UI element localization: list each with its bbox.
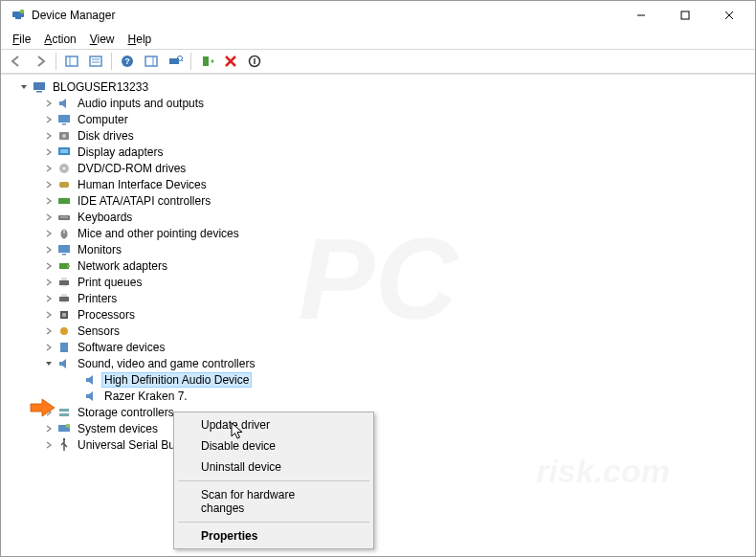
ctx-update-driver[interactable]: Update driver xyxy=(176,414,371,435)
tree-item-label: Disk drives xyxy=(76,129,136,143)
toolbar-update-driver-button[interactable] xyxy=(195,51,218,72)
svg-rect-52 xyxy=(60,343,68,352)
maximize-button[interactable] xyxy=(663,1,707,30)
chevron-down-icon[interactable] xyxy=(43,358,55,369)
tree-item[interactable]: Disk drives xyxy=(1,127,755,144)
tree-item-label: Computer xyxy=(76,113,130,126)
tree-item-label: Universal Serial Bu xyxy=(76,438,177,452)
tree-item[interactable]: Audio inputs and outputs xyxy=(1,95,755,111)
chevron-right-icon[interactable] xyxy=(43,179,55,190)
toolbar-disable-button[interactable] xyxy=(243,51,266,72)
minimize-button[interactable] xyxy=(619,1,663,30)
toolbar-show-hide-button[interactable] xyxy=(60,51,83,72)
chevron-right-icon[interactable] xyxy=(43,293,55,304)
svg-rect-53 xyxy=(59,409,69,412)
chevron-down-icon[interactable] xyxy=(18,81,30,93)
chevron-right-icon[interactable] xyxy=(43,163,55,174)
chevron-right-icon[interactable] xyxy=(43,260,55,272)
device-tree[interactable]: BLOGUSER13233 Audio inputs and outputsCo… xyxy=(1,74,755,556)
tree-item[interactable]: Human Interface Devices xyxy=(1,176,755,192)
tree-item-label: Keyboards xyxy=(76,211,134,224)
tree-item[interactable]: IDE ATA/ATAPI controllers xyxy=(1,192,755,209)
toolbar-uninstall-button[interactable] xyxy=(219,51,242,72)
chevron-right-icon[interactable] xyxy=(43,146,55,158)
soft-icon xyxy=(56,340,72,355)
tree-item[interactable]: High Definition Audio Device xyxy=(1,371,755,388)
chevron-right-icon[interactable] xyxy=(43,439,55,451)
svg-line-18 xyxy=(182,60,184,62)
tree-item[interactable]: Printers xyxy=(1,290,755,306)
svg-rect-47 xyxy=(61,294,67,297)
chevron-right-icon[interactable] xyxy=(43,309,55,321)
tree-item[interactable]: Display adapters xyxy=(1,144,755,160)
tree-item-label: Razer Kraken 7. xyxy=(102,390,189,403)
svg-rect-40 xyxy=(62,254,66,256)
ctx-separator xyxy=(178,522,369,523)
chevron-right-icon[interactable] xyxy=(43,244,55,256)
svg-rect-50 xyxy=(62,313,66,317)
storage-icon xyxy=(56,405,72,420)
tree-item[interactable]: Print queues xyxy=(1,274,755,290)
tree-item[interactable]: Storage controllers xyxy=(1,404,755,420)
menu-view[interactable]: View xyxy=(84,31,121,48)
tree-root[interactable]: BLOGUSER13233 xyxy=(1,78,755,95)
tree-item[interactable]: DVD/CD-ROM drives xyxy=(1,160,755,176)
ctx-properties[interactable]: Properties xyxy=(176,525,371,546)
tree-item-label: Mice and other pointing devices xyxy=(76,227,241,240)
menu-help[interactable]: Help xyxy=(122,31,158,48)
tree-item[interactable]: Sensors xyxy=(1,323,755,339)
menu-file[interactable]: File xyxy=(7,31,36,48)
tree-item[interactable]: Universal Serial Bu xyxy=(1,436,755,453)
tree-item[interactable]: Razer Kraken 7. xyxy=(1,388,755,404)
chevron-right-icon[interactable] xyxy=(43,98,55,109)
ctx-uninstall-device[interactable]: Uninstall device xyxy=(176,457,371,478)
ctx-disable-device[interactable]: Disable device xyxy=(176,435,371,457)
nav-forward-button[interactable] xyxy=(29,51,52,72)
svg-rect-24 xyxy=(36,91,42,93)
tree-item-label: System devices xyxy=(76,422,160,435)
toolbar-properties-button[interactable] xyxy=(84,51,107,72)
tree-item[interactable]: Processors xyxy=(1,306,755,323)
nav-back-button[interactable] xyxy=(5,51,28,72)
device-manager-window: Device Manager File Action View Help ? B xyxy=(0,0,756,557)
toolbar: ? xyxy=(1,49,755,74)
window-title: Device Manager xyxy=(32,9,115,22)
chevron-right-icon[interactable] xyxy=(43,212,55,223)
chevron-right-icon[interactable] xyxy=(43,423,55,434)
tree-item[interactable]: System devices xyxy=(1,420,755,436)
tree-item[interactable]: Keyboards xyxy=(1,209,755,225)
tree-item-label: Printers xyxy=(76,292,119,305)
computer-icon xyxy=(32,79,47,95)
tree-item[interactable]: Mice and other pointing devices xyxy=(1,225,755,241)
menu-action[interactable]: Action xyxy=(38,31,81,48)
svg-rect-9 xyxy=(90,56,101,66)
chevron-right-icon[interactable] xyxy=(43,325,55,337)
svg-rect-30 xyxy=(60,149,68,153)
toolbar-help-button[interactable]: ? xyxy=(116,51,139,72)
ctx-scan-hardware[interactable]: Scan for hardware changes xyxy=(176,484,371,519)
chevron-right-icon[interactable] xyxy=(43,342,55,353)
tree-root-label: BLOGUSER13233 xyxy=(51,80,150,94)
toolbar-scan-button[interactable] xyxy=(164,51,187,72)
svg-point-57 xyxy=(63,437,65,439)
svg-rect-4 xyxy=(681,11,689,19)
chevron-right-icon[interactable] xyxy=(43,228,55,239)
chevron-right-icon[interactable] xyxy=(43,277,55,288)
tree-item[interactable]: Monitors xyxy=(1,241,755,257)
tree-item[interactable]: Software devices xyxy=(1,339,755,355)
ata-icon xyxy=(56,193,72,209)
callout-arrow-icon xyxy=(29,397,56,418)
chevron-right-icon[interactable] xyxy=(43,130,55,142)
chevron-right-icon[interactable] xyxy=(43,114,55,125)
tree-item-sound[interactable]: Sound, video and game controllers xyxy=(1,355,755,371)
close-button[interactable] xyxy=(707,1,751,30)
system-icon xyxy=(56,421,72,436)
tree-item-label: Monitors xyxy=(76,243,123,256)
tree-item[interactable]: Network adapters xyxy=(1,257,755,274)
tree-item-label: High Definition Audio Device xyxy=(102,373,251,387)
cursor-icon xyxy=(231,422,246,441)
toolbar-action-pane-button[interactable] xyxy=(140,51,163,72)
tree-item[interactable]: Computer xyxy=(1,111,755,127)
mouse-icon xyxy=(56,226,72,241)
chevron-right-icon[interactable] xyxy=(43,195,55,207)
